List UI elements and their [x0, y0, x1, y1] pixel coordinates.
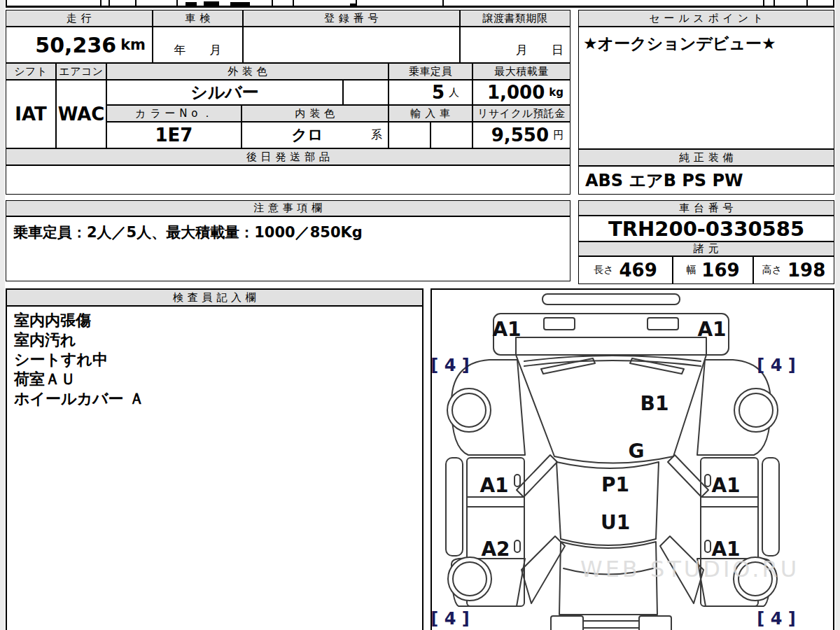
width-value: 169 [701, 260, 739, 281]
tread-depth-label-front-left: [ 4 ] [432, 356, 470, 375]
damage-label-glass: G [629, 440, 645, 463]
wheel-rear-left [448, 557, 491, 601]
dimensions-header: 諸 元 [578, 241, 834, 256]
later-parts-value [6, 165, 570, 195]
width-label: 幅 [686, 264, 696, 276]
color-no-value: 1E7 [106, 122, 241, 148]
cutoff-text-fragment [204, 1, 219, 6]
sill-right-shape [762, 458, 779, 556]
dimension-height: 高さ 198 [753, 256, 834, 284]
aircon-header: エアコン [56, 63, 106, 80]
inspector-notes-list: 室内内張傷 室内汚れ シートすれ中 荷室ＡＵ ホイールカバー Ａ [14, 311, 415, 409]
length-label: 長さ [594, 264, 613, 276]
inspector-notes-header: 検 査 員 記 入 欄 [7, 290, 422, 307]
recycle-deposit-value: 9,550 円 [472, 122, 570, 148]
mileage-value: 50,236 km [6, 27, 153, 63]
exterior-color-value: シルバー [106, 80, 343, 105]
a-pillar-right-shape [668, 455, 708, 497]
tread-depth-label-front-right: [ 4 ] [757, 356, 795, 375]
wheel-front-left [447, 388, 491, 432]
capacity-unit: 人 [449, 86, 459, 99]
cutoff-text-fragment [230, 2, 250, 6]
main-spec-table: 走 行 車 検 登 録 番 号 譲渡書類期限 50,236 km 年 月 月 日… [6, 10, 570, 195]
mileage-number: 50,236 [35, 33, 116, 57]
cutoff-divider [176, 0, 178, 6]
sales-point-value: ★オークションデビュー★ [578, 27, 834, 149]
tread-depth-label-rear-left: [ 4 ] [432, 609, 470, 629]
damage-label-door-rear-right: A1 [711, 538, 740, 561]
inspection-header: 車 検 [153, 10, 243, 27]
auction-sheet: { "colors": { "header_bg": "#e1e1e1", "l… [0, 0, 840, 630]
damage-label-door-front-right: A1 [711, 474, 740, 497]
sill-left-shape [446, 458, 463, 556]
cutoff-divider [272, 0, 273, 6]
length-value: 469 [620, 260, 657, 281]
dimension-width: 幅 169 [673, 256, 753, 284]
transfer-deadline-header: 譲渡書類期限 [460, 10, 570, 27]
inspector-note-item: ホイールカバー Ａ [14, 389, 415, 409]
notes-header: 注 意 事 項 欄 [6, 200, 570, 216]
import-cell-right [430, 122, 472, 148]
rear-bumper-right-shape [639, 616, 671, 630]
interior-color-name: クロ [291, 125, 323, 146]
damage-label-door-rear-left: A2 [481, 538, 510, 561]
tread-depth-label-rear-right: [ 4 ] [757, 609, 795, 629]
door-handle-icon [705, 475, 710, 486]
registration-number-value [243, 27, 460, 63]
front-panel-shape [493, 314, 729, 355]
cutoff-divider [763, 0, 764, 6]
exterior-color-header: 外 装 色 [106, 63, 388, 80]
exterior-color-sub-cell [343, 80, 388, 105]
cutoff-divider [108, 0, 110, 6]
damage-label-windshield: B1 [640, 392, 669, 415]
cutoff-divider [100, 0, 102, 6]
interior-color-value: クロ 系 [241, 122, 388, 148]
door-handle-icon [705, 540, 710, 552]
shift-header: シフト [6, 63, 56, 80]
notes-box: 注 意 事 項 欄 乗車定員：2人／5人、最大積載量：1000／850Kg [6, 200, 570, 281]
chassis-number-header: 車 台 番 号 [578, 200, 834, 216]
capacity-value: 5 人 [388, 80, 472, 105]
page-right-margin [835, 0, 840, 630]
damage-label-door-front-left: A1 [479, 474, 508, 497]
rear-bumper-left-shape [551, 616, 583, 630]
aircon-value: WAC [56, 80, 106, 148]
damage-label-front-left: A1 [492, 318, 521, 341]
capacity-header: 乗車定員 [388, 63, 472, 80]
height-value: 198 [788, 260, 825, 281]
page-left-margin [0, 0, 5, 630]
cutoff-divider [293, 0, 294, 6]
recycle-deposit-number: 9,550 [491, 125, 549, 146]
transfer-deadline-value: 月 日 [460, 27, 570, 63]
registration-number-header: 登 録 番 号 [243, 10, 460, 27]
wheel-front-right [734, 388, 778, 432]
interior-color-suffix: 系 [371, 128, 382, 143]
chassis-number-value: TRH200-0330585 [578, 216, 834, 241]
max-load-value: 1,000 kg [472, 80, 570, 105]
cutoff-row [6, 0, 834, 8]
sales-point-header: セ ー ル ス ポ イ ン ト [578, 10, 834, 27]
inspector-note-item: シートすれ中 [14, 350, 415, 370]
interior-color-header: 内 装 色 [241, 105, 388, 122]
later-parts-header: 後 日 発 送 部 品 [6, 148, 570, 165]
inspection-value: 年 月 [153, 27, 243, 63]
max-load-number: 1,000 [487, 82, 545, 103]
door-handle-icon [514, 475, 520, 486]
d-pillar-left-shape [522, 536, 565, 603]
headlight-right-shape [648, 318, 678, 330]
front-bumper-shape [542, 294, 680, 304]
watermark-text: WEB STUDIO.RU [580, 556, 799, 582]
cutoff-divider [442, 0, 444, 6]
capacity-number: 5 [432, 82, 444, 103]
max-load-header: 最大積載量 [472, 63, 570, 80]
cutoff-text-fragment [350, 4, 356, 6]
mileage-unit: km [120, 36, 146, 53]
damage-diagram-box: WEB STUDIO.RU A1 A1 B1 G P1 U1 A1 A1 A2 … [430, 288, 834, 630]
headlight-left-shape [544, 318, 575, 330]
color-no-header: カ ラ ー N o ． [106, 105, 241, 122]
height-label: 高さ [762, 264, 782, 276]
shift-value: IAT [6, 80, 56, 148]
inspector-note-item: 荷室ＡＵ [14, 370, 415, 389]
cutoff-divider [774, 0, 775, 6]
damage-label-roof-front: P1 [601, 473, 629, 496]
